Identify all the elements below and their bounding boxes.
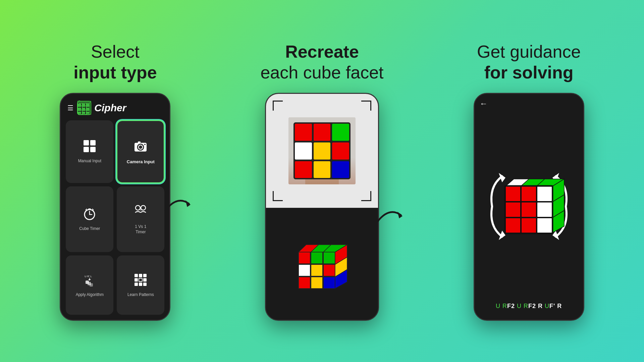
section3-title-line1: Get guidance <box>477 42 581 61</box>
svg-marker-6 <box>77 101 91 103</box>
menu-item-manual[interactable]: Manual Input <box>66 120 113 183</box>
corner-tl <box>273 101 283 111</box>
svg-rect-42 <box>135 274 138 277</box>
svg-rect-74 <box>537 186 552 201</box>
alg-f2b: F2 <box>528 303 538 309</box>
section2-title: Recreate each cube facet <box>260 41 383 83</box>
phone-3: ← <box>474 93 584 321</box>
svg-point-24 <box>139 145 142 149</box>
brand-name: Cipher <box>94 102 126 114</box>
svg-rect-20 <box>84 147 89 152</box>
section-2: Recreate each cube facet <box>227 41 417 321</box>
svg-rect-11 <box>86 104 89 107</box>
alg-r4: R <box>555 303 562 309</box>
cube-timer-label: Cube Timer <box>79 226 100 232</box>
svg-rect-52 <box>299 252 310 264</box>
app-brand: Cipher <box>77 101 126 115</box>
svg-rect-12 <box>78 108 81 111</box>
svg-rect-50 <box>143 283 147 286</box>
svg-rect-9 <box>78 104 81 107</box>
svg-rect-21 <box>90 147 96 152</box>
svg-rect-59 <box>311 277 323 289</box>
svg-rect-18 <box>84 140 89 145</box>
alg-r3: R <box>538 303 545 309</box>
versus-label: 1 Vs 1Timer <box>135 224 146 235</box>
svg-rect-13 <box>82 108 85 111</box>
section2-title-line2: each cube facet <box>260 63 383 82</box>
svg-rect-16 <box>82 112 85 114</box>
menu-item-camera[interactable]: Camera Input <box>117 120 164 183</box>
section3-title: Get guidance for solving <box>477 41 581 83</box>
svg-rect-45 <box>135 278 138 282</box>
timer-icon <box>83 207 96 224</box>
section3-title-line2: for solving <box>484 63 574 82</box>
svg-rect-57 <box>323 264 335 276</box>
arrow-2 <box>376 203 406 228</box>
cube-3d-display <box>266 208 378 320</box>
menu-item-timer[interactable]: Cube Timer <box>66 186 113 252</box>
section2-title-line1: Recreate <box>285 42 359 61</box>
hamburger-icon[interactable]: ☰ <box>67 105 73 111</box>
cube-3d-svg <box>292 235 352 292</box>
corner-tr <box>361 101 371 111</box>
svg-rect-15 <box>78 112 81 114</box>
algorithm-icon: U R' L <box>83 273 96 290</box>
svg-rect-43 <box>139 274 142 277</box>
camera-icon <box>133 139 148 157</box>
menu-grid: Manual Input <box>66 120 164 315</box>
section-3: Get guidance for solving ← <box>434 41 624 321</box>
alg-u2: U <box>517 303 524 309</box>
arrow-1 <box>164 192 194 217</box>
camera-input-label: Camera Input <box>127 159 155 165</box>
algorithm-display: U RF2 U RF2 R UF' R <box>480 298 578 315</box>
svg-point-26 <box>144 144 146 145</box>
svg-rect-73 <box>521 186 536 201</box>
phone-header: ☰ <box>66 99 164 120</box>
alg-u3: U <box>545 303 549 309</box>
svg-rect-76 <box>521 202 536 217</box>
corner-bl <box>273 191 283 201</box>
phone-2 <box>265 93 379 321</box>
svg-rect-56 <box>311 264 323 276</box>
solving-cube-svg <box>482 160 576 253</box>
svg-rect-14 <box>86 108 89 111</box>
svg-rect-30 <box>88 208 91 210</box>
svg-rect-47 <box>143 278 147 282</box>
corner-br <box>361 191 371 201</box>
alg-r2: R <box>524 303 528 309</box>
phone-1: ☰ <box>60 93 170 321</box>
cube-logo-icon <box>77 101 92 115</box>
svg-rect-79 <box>521 218 536 233</box>
title-line1: Select <box>91 42 140 61</box>
svg-rect-19 <box>90 140 96 145</box>
patterns-icon <box>134 273 147 290</box>
svg-marker-38 <box>88 279 91 281</box>
svg-rect-55 <box>299 264 310 276</box>
section1-title: Select input type <box>73 41 157 83</box>
alg-fp: F' <box>549 303 555 309</box>
menu-item-algorithm[interactable]: U R' L Apply Algorithm <box>66 255 113 315</box>
camera-view <box>266 94 378 208</box>
main-container: Select input type ☰ <box>0 0 644 362</box>
alg-f2: F2 <box>507 303 517 309</box>
versus-icon: Vs <box>133 204 148 222</box>
svg-text:Vs: Vs <box>140 208 143 211</box>
patterns-label: Learn Patterns <box>127 292 154 298</box>
svg-marker-7 <box>90 101 91 115</box>
svg-rect-60 <box>323 277 335 289</box>
svg-rect-48 <box>135 283 138 286</box>
menu-item-patterns[interactable]: Learn Patterns <box>117 255 164 315</box>
menu-item-versus[interactable]: Vs 1 Vs 1Timer <box>117 186 164 252</box>
svg-rect-53 <box>311 252 323 264</box>
svg-marker-51 <box>185 200 191 207</box>
back-arrow-icon[interactable]: ← <box>480 99 578 108</box>
grid-icon <box>83 139 96 156</box>
svg-rect-10 <box>82 104 85 107</box>
svg-rect-54 <box>323 252 335 264</box>
manual-input-label: Manual Input <box>78 159 101 164</box>
title-line2: input type <box>73 63 157 82</box>
section-1: Select input type ☰ <box>20 41 210 321</box>
svg-text:U R' L: U R' L <box>85 275 92 278</box>
svg-rect-77 <box>537 202 552 217</box>
svg-rect-72 <box>505 186 521 201</box>
